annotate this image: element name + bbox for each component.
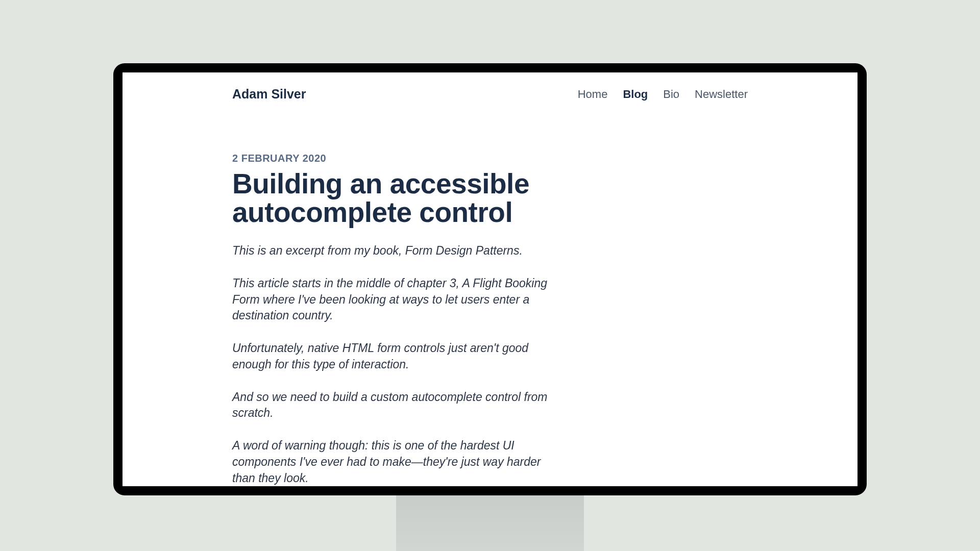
- nav-link-blog[interactable]: Blog: [623, 88, 648, 101]
- page-content: Adam Silver Home Blog Bio Newsletter 2 F…: [122, 72, 857, 486]
- primary-nav: Home Blog Bio Newsletter: [578, 88, 748, 101]
- nav-link-bio[interactable]: Bio: [663, 88, 679, 101]
- article-paragraph: This is an excerpt from my book, Form De…: [232, 243, 559, 259]
- article-title: Building an accessible autocomplete cont…: [232, 169, 559, 227]
- screen-viewport: Adam Silver Home Blog Bio Newsletter 2 F…: [122, 72, 857, 486]
- article-paragraph: Unfortunately, native HTML form controls…: [232, 340, 559, 372]
- article-date: 2 FEBRUARY 2020: [232, 153, 559, 164]
- nav-link-home[interactable]: Home: [578, 88, 608, 101]
- nav-link-newsletter[interactable]: Newsletter: [695, 88, 748, 101]
- monitor-stand: [396, 495, 584, 551]
- article-paragraph: A word of warning though: this is one of…: [232, 438, 559, 486]
- article-paragraph: This article starts in the middle of cha…: [232, 276, 559, 324]
- monitor-frame: Adam Silver Home Blog Bio Newsletter 2 F…: [113, 63, 867, 495]
- article-paragraph: And so we need to build a custom autocom…: [232, 389, 559, 421]
- article: 2 FEBRUARY 2020 Building an accessible a…: [232, 153, 559, 486]
- site-header: Adam Silver Home Blog Bio Newsletter: [232, 85, 748, 102]
- site-title[interactable]: Adam Silver: [232, 87, 306, 102]
